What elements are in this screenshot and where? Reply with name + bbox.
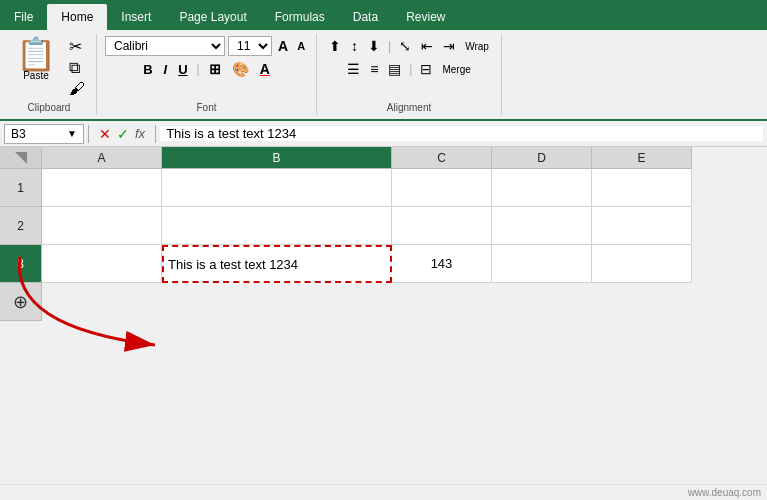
align-middle-button[interactable]: ↕: [347, 36, 362, 56]
tab-data[interactable]: Data: [339, 4, 392, 30]
formula-cancel-icon[interactable]: ✕: [99, 126, 111, 142]
cell-e1[interactable]: [592, 169, 692, 207]
table-row: This is a test text 1234 143: [42, 245, 767, 283]
col-header-d[interactable]: D: [492, 147, 592, 169]
row-headers: 1 2 3 ⊕: [0, 169, 42, 484]
tab-home[interactable]: Home: [47, 4, 107, 30]
underline-button[interactable]: U: [174, 60, 191, 79]
cell-c1[interactable]: [392, 169, 492, 207]
cell-b3-value: This is a test text 1234: [168, 257, 298, 272]
col-header-c[interactable]: C: [392, 147, 492, 169]
cell-e3[interactable]: [592, 245, 692, 283]
merge-button[interactable]: Merge: [438, 62, 474, 77]
font-group: Calibri 11 A A B I U | ⊞ 🎨 A: [97, 34, 317, 115]
cell-a3[interactable]: [42, 245, 162, 283]
svg-marker-0: [15, 152, 27, 164]
copy-button[interactable]: ⧉: [66, 58, 88, 78]
font-size-select[interactable]: 11: [228, 36, 272, 56]
bold-button[interactable]: B: [139, 60, 156, 79]
tab-file[interactable]: File: [0, 4, 47, 30]
formula-bar: B3 ▼ ✕ ✓ fx: [0, 121, 767, 147]
cell-c3[interactable]: 143: [392, 245, 492, 283]
table-row: [42, 169, 767, 207]
fill-color-button[interactable]: 🎨: [228, 59, 253, 79]
align-bottom-button[interactable]: ⬇: [364, 36, 384, 56]
align-top-button[interactable]: ⬆: [325, 36, 345, 56]
alignment-group: ⬆ ↕ ⬇ | ⤡ ⇤ ⇥ Wrap ☰ ≡ ▤ | ⊟ Merge: [317, 34, 502, 115]
table-row: [42, 207, 767, 245]
sheet-body: 1 2 3 ⊕: [0, 169, 767, 484]
row-header-2[interactable]: 2: [0, 207, 42, 245]
ribbon-tabs: File Home Insert Page Layout Formulas Da…: [0, 0, 767, 30]
formula-divider-2: [155, 125, 156, 143]
formula-divider-1: [88, 125, 89, 143]
paste-button[interactable]: 📋 Paste: [10, 36, 62, 83]
clipboard-small-buttons: ✂ ⧉ 🖌: [66, 36, 88, 99]
col-header-e[interactable]: E: [592, 147, 692, 169]
cell-a1[interactable]: [42, 169, 162, 207]
col-header-b[interactable]: B: [162, 147, 392, 169]
font-shrink-button[interactable]: A: [294, 38, 308, 54]
align-left-button[interactable]: ☰: [343, 59, 364, 79]
text-direction-button[interactable]: ⤡: [395, 36, 415, 56]
paste-icon: 📋: [16, 38, 56, 70]
cell-c3-value: 143: [431, 256, 453, 271]
formula-icons: ✕ ✓ fx: [93, 126, 151, 142]
align-right-button[interactable]: ▤: [384, 59, 405, 79]
formula-fx-icon[interactable]: fx: [135, 126, 145, 141]
watermark: www.deuaq.com: [0, 484, 767, 500]
cell-ref-dropdown-icon[interactable]: ▼: [67, 128, 77, 139]
cell-d1[interactable]: [492, 169, 592, 207]
cell-ref-value: B3: [11, 127, 26, 141]
merge-center-button[interactable]: ⊟: [416, 59, 436, 79]
cell-d2[interactable]: [492, 207, 592, 245]
grid: This is a test text 1234 143: [42, 169, 767, 484]
format-painter-button[interactable]: 🖌: [66, 79, 88, 99]
spreadsheet-area: A B C D E 1 2 3 ⊕: [0, 147, 767, 484]
formula-confirm-icon[interactable]: ✓: [117, 126, 129, 142]
column-headers: A B C D E: [0, 147, 767, 169]
cut-button[interactable]: ✂: [66, 36, 88, 57]
cell-e2[interactable]: [592, 207, 692, 245]
tab-insert[interactable]: Insert: [107, 4, 165, 30]
indent-increase-button[interactable]: ⇥: [439, 36, 459, 56]
cell-reference-box[interactable]: B3 ▼: [4, 124, 84, 144]
italic-button[interactable]: I: [160, 60, 172, 79]
border-button[interactable]: ⊞: [205, 59, 225, 79]
tab-review[interactable]: Review: [392, 4, 459, 30]
ribbon-content: 📋 Paste ✂ ⧉ 🖌 Clipboard Calibri: [0, 30, 767, 121]
row-header-1[interactable]: 1: [0, 169, 42, 207]
formula-input[interactable]: [160, 126, 763, 141]
corner-cell[interactable]: [0, 147, 42, 169]
cell-b3[interactable]: This is a test text 1234: [162, 245, 392, 283]
tab-page-layout[interactable]: Page Layout: [165, 4, 260, 30]
row-header-3[interactable]: 3: [0, 245, 42, 283]
font-grow-button[interactable]: A: [275, 36, 291, 56]
font-family-select[interactable]: Calibri: [105, 36, 225, 56]
clipboard-group: 📋 Paste ✂ ⧉ 🖌 Clipboard: [2, 34, 97, 115]
alignment-group-label: Alignment: [387, 102, 431, 113]
col-header-a[interactable]: A: [42, 147, 162, 169]
tab-formulas[interactable]: Formulas: [261, 4, 339, 30]
align-center-button[interactable]: ≡: [366, 59, 382, 79]
paste-label: Paste: [23, 70, 49, 81]
cell-a2[interactable]: [42, 207, 162, 245]
font-color-button[interactable]: A: [256, 59, 274, 79]
clipboard-group-label: Clipboard: [28, 102, 71, 113]
row-header-move: ⊕: [0, 283, 42, 321]
cell-c2[interactable]: [392, 207, 492, 245]
font-group-label: Font: [197, 102, 217, 113]
cell-b1[interactable]: [162, 169, 392, 207]
cell-d3[interactable]: [492, 245, 592, 283]
cell-b2[interactable]: [162, 207, 392, 245]
wrap-text-button[interactable]: Wrap: [461, 39, 493, 54]
indent-decrease-button[interactable]: ⇤: [417, 36, 437, 56]
